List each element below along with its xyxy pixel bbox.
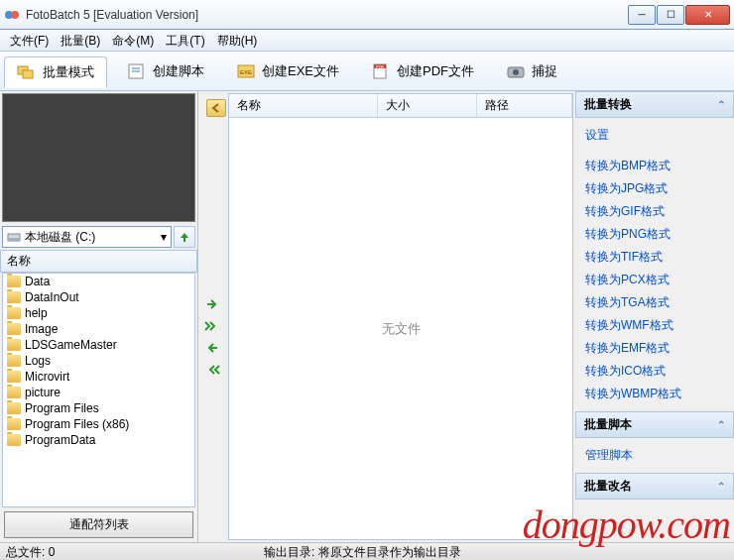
folder-icon	[7, 339, 21, 351]
convert-format-link[interactable]: 转换为PNG格式	[585, 223, 724, 246]
menu-command[interactable]: 命令(M)	[106, 30, 160, 51]
script-icon	[127, 62, 147, 80]
folder-list-header[interactable]: 名称	[0, 250, 197, 273]
toolbar-tabs: 批量模式 创建脚本 EXE 创建EXE文件 PDF 创建PDF文件 捕捉	[0, 52, 734, 91]
svg-rect-15	[8, 238, 20, 241]
manage-script-link[interactable]: 管理脚本	[585, 444, 724, 467]
tab-batch-mode[interactable]: 批量模式	[4, 56, 107, 88]
section-title: 批量改名	[584, 478, 632, 495]
section-header-rename[interactable]: 批量改名 ⌃	[575, 473, 734, 500]
convert-format-link[interactable]: 转换为TGA格式	[585, 291, 724, 314]
menu-tools[interactable]: 工具(T)	[160, 30, 210, 51]
folder-item[interactable]: LDSGameMaster	[3, 337, 194, 353]
file-list-header: 名称 大小 路径	[229, 94, 572, 118]
tab-label: 创建EXE文件	[262, 62, 339, 80]
section-body-script: 管理脚本	[575, 438, 734, 473]
batch-icon	[17, 63, 37, 81]
settings-link[interactable]: 设置	[585, 124, 724, 147]
svg-point-1	[11, 11, 19, 19]
tab-create-exe[interactable]: EXE 创建EXE文件	[224, 56, 351, 86]
folder-item[interactable]: Microvirt	[3, 369, 194, 385]
convert-format-link[interactable]: 转换为PCX格式	[585, 269, 724, 291]
menu-batch[interactable]: 批量(B)	[55, 30, 106, 51]
convert-format-link[interactable]: 转换为EMF格式	[585, 337, 724, 360]
section-title: 批量脚本	[584, 416, 632, 433]
section-header-convert[interactable]: 批量转换 ⌃	[575, 91, 734, 118]
wildcard-list-button[interactable]: 通配符列表	[4, 511, 193, 538]
column-name[interactable]: 名称	[229, 94, 378, 117]
folder-name: Logs	[25, 354, 51, 368]
remove-single-button[interactable]	[203, 341, 221, 355]
folder-item[interactable]: help	[3, 305, 194, 321]
empty-message: 无文件	[382, 320, 421, 338]
tab-create-script[interactable]: 创建脚本	[115, 56, 216, 86]
convert-format-link[interactable]: 转换为WBMP格式	[585, 383, 724, 405]
folder-name: Image	[25, 322, 58, 336]
tab-capture[interactable]: 捕捉	[494, 56, 569, 86]
folder-item[interactable]: Data	[3, 274, 194, 289]
svg-text:PDF: PDF	[376, 63, 385, 68]
drive-label: 本地磁盘 (C:)	[25, 229, 95, 246]
convert-format-link[interactable]: 转换为JPG格式	[585, 177, 724, 200]
drive-select[interactable]: 本地磁盘 (C:) ▾	[2, 226, 172, 248]
file-list-panel: 名称 大小 路径 无文件	[228, 93, 573, 540]
pdf-icon: PDF	[371, 62, 391, 80]
convert-format-link[interactable]: 转换为BMP格式	[585, 155, 724, 177]
minimize-button[interactable]: ─	[628, 5, 656, 25]
folder-item[interactable]: Program Files (x86)	[3, 416, 194, 432]
tab-label: 创建PDF文件	[397, 62, 474, 80]
statusbar: 总文件: 0 输出目录: 将原文件目录作为输出目录	[0, 542, 734, 560]
status-output-dir: 输出目录: 将原文件目录作为输出目录	[264, 544, 461, 559]
folder-name: Program Files	[25, 401, 99, 415]
folder-name: picture	[25, 386, 61, 399]
tab-create-pdf[interactable]: PDF 创建PDF文件	[359, 56, 486, 86]
close-button[interactable]: ✕	[685, 5, 730, 25]
folder-icon	[7, 323, 21, 335]
window-title: FotoBatch 5 [Evaluation Version]	[26, 8, 628, 22]
folder-name: help	[25, 306, 48, 320]
preview-pane	[2, 93, 195, 222]
folder-item[interactable]: DataInOut	[3, 289, 194, 305]
convert-format-link[interactable]: 转换为GIF格式	[585, 200, 724, 223]
add-all-button[interactable]	[203, 319, 221, 333]
folder-up-button[interactable]	[174, 226, 195, 248]
folder-icon	[7, 387, 21, 398]
exe-icon: EXE	[236, 62, 256, 80]
chevron-icon: ⌃	[717, 419, 725, 430]
folder-icon	[7, 418, 21, 430]
window-controls: ─ ☐ ✕	[628, 5, 730, 25]
add-single-button[interactable]	[203, 297, 221, 311]
folder-icon	[7, 276, 21, 287]
folder-name: DataInOut	[25, 290, 79, 304]
app-icon	[4, 7, 20, 23]
left-panel: 本地磁盘 (C:) ▾ 名称 DataDataInOuthelpImageLDS…	[0, 91, 198, 542]
tab-label: 创建脚本	[153, 62, 204, 80]
convert-format-link[interactable]: 转换为ICO格式	[585, 360, 724, 383]
section-title: 批量转换	[584, 96, 632, 113]
folder-item[interactable]: Logs	[3, 353, 194, 369]
menu-file[interactable]: 文件(F)	[4, 30, 55, 51]
column-path[interactable]: 路径	[477, 94, 572, 117]
section-header-script[interactable]: 批量脚本 ⌃	[575, 411, 734, 438]
drive-selector-row: 本地磁盘 (C:) ▾	[0, 224, 197, 250]
folder-item[interactable]: Program Files	[3, 400, 194, 416]
convert-format-link[interactable]: 转换为WMF格式	[585, 314, 724, 337]
folder-item[interactable]: Image	[3, 321, 194, 337]
folder-item[interactable]: picture	[3, 385, 194, 400]
maximize-button[interactable]: ☐	[657, 5, 684, 25]
svg-point-13	[513, 69, 519, 75]
column-size[interactable]: 大小	[378, 94, 477, 117]
folder-list[interactable]: DataDataInOuthelpImageLDSGameMasterLogsM…	[2, 273, 195, 507]
remove-all-button[interactable]	[203, 363, 221, 377]
chevron-icon: ⌃	[717, 481, 725, 492]
file-list-body[interactable]: 无文件	[229, 118, 572, 539]
folder-item[interactable]: ProgramData	[3, 432, 194, 448]
folder-icon	[7, 307, 21, 319]
convert-format-link[interactable]: 转换为TIF格式	[585, 246, 724, 269]
svg-text:EXE: EXE	[240, 69, 252, 75]
collapse-preview-button[interactable]	[206, 99, 226, 117]
folder-icon	[7, 434, 21, 446]
folder-name: LDSGameMaster	[25, 338, 117, 352]
menu-help[interactable]: 帮助(H)	[211, 30, 264, 51]
folder-icon	[7, 402, 21, 414]
